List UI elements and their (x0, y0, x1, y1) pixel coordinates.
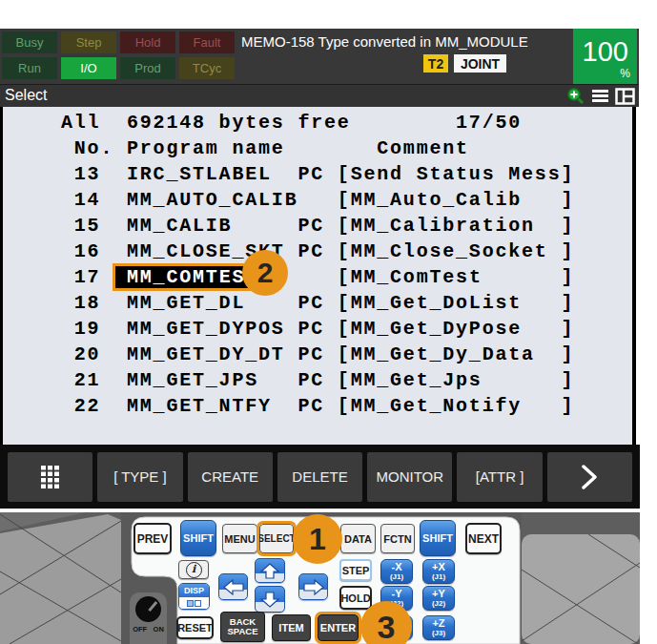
next-key[interactable]: NEXT (465, 523, 502, 554)
program-row[interactable]: 17 MM_COMTEST [MM_ComTest ] (61, 264, 574, 290)
jog-key-sublabel: (J1) (390, 572, 403, 582)
hold-key[interactable]: HOLD (339, 586, 372, 610)
status-led-io: I/O (61, 57, 116, 79)
info-icon: i (186, 562, 202, 578)
status-led-prod: Prod (120, 57, 175, 79)
enter-key[interactable]: ENTER (318, 614, 359, 641)
program-row[interactable]: 16 MM_CLOSE_SKT PC [MM_Close_Socket ] (61, 239, 574, 264)
status-led-fault: Fault (179, 31, 235, 53)
jog-key-label: +Z (432, 618, 444, 628)
status-led-hold: Hold (120, 31, 175, 53)
prev-key[interactable]: PREV (133, 523, 172, 554)
off-on-switch[interactable]: OFF ON (130, 592, 167, 644)
program-list-lines: All 692148 bytes free 17/50 No. Program … (61, 110, 574, 419)
jog-key-sublabel: (J1) (432, 572, 445, 582)
status-led-step: Step (61, 31, 116, 53)
jog-plus-y-key[interactable]: +Y (J2) (422, 586, 455, 611)
system-message: MEMO-158 Type converted in MM_MODULE (241, 33, 528, 50)
zoom-in-icon[interactable] (565, 87, 585, 109)
virtual-pendant-scene: PREV SHIFT MENU SELECT 1 DATA FCTN SHIFT… (0, 512, 640, 644)
status-led-run: Run (2, 57, 57, 79)
status-led-grid: BusyStepHoldFaultRunI/OProdTCyc (2, 31, 235, 79)
arrow-right-icon (303, 579, 324, 595)
disp-split-icon (179, 597, 209, 609)
mode-badge: T2 (423, 54, 448, 73)
status-led-tcyc: TCyc (179, 57, 235, 79)
selected-program-name[interactable]: MM_COMTEST (115, 266, 258, 288)
fkey-menu-grid[interactable] (8, 452, 92, 502)
coord-system-badge: JOINT (454, 54, 506, 73)
jog-key-label: +X (432, 562, 445, 571)
status-bar: BusyStepHoldFaultRunI/OProdTCyc MEMO-158… (0, 29, 639, 84)
jog-minus-x-key[interactable]: -X (J1) (380, 559, 413, 584)
reset-key[interactable]: RESET (176, 616, 214, 639)
jog-key-sublabel: (J2) (432, 599, 445, 609)
jog-key-label: -X (392, 562, 402, 571)
program-list: All 692148 bytes free 17/50 No. Program … (0, 107, 636, 451)
fkey-create[interactable]: CREATE (188, 452, 273, 502)
annotation-circle-3: 3 (360, 601, 412, 644)
menu-key[interactable]: MENU (222, 524, 257, 553)
split-screen-icon[interactable] (615, 88, 635, 109)
annotation-circle-2: 2 (242, 250, 288, 296)
switch-off-label: OFF (133, 625, 147, 634)
program-row[interactable]: 14 MM_AUTO_CALIB [MM_Auto_Calib ] (61, 187, 574, 213)
program-row[interactable]: 19 MM_GET_DYPOS PC [MM_Get_DyPose ] (61, 316, 574, 342)
status-led-busy: Busy (2, 31, 57, 53)
jog-key-label: +Y (432, 589, 445, 598)
menu-lines-icon[interactable] (591, 88, 609, 108)
page-title: Select (5, 87, 47, 104)
fkey-next-page[interactable] (547, 452, 632, 502)
arrow-down-key[interactable] (255, 586, 285, 613)
speed-override-box: 100 % (573, 29, 637, 84)
jog-plus-x-key[interactable]: +X (J1) (422, 559, 455, 584)
arrow-right-key[interactable] (298, 573, 328, 600)
step-key[interactable]: STEP (339, 559, 372, 581)
program-row[interactable]: 18 MM_GET_DL PC [MM_Get_DoList ] (61, 290, 574, 316)
jog-key-sublabel: (J3) (432, 629, 445, 638)
info-key[interactable]: i (178, 560, 209, 579)
arrow-up-key[interactable] (255, 558, 285, 583)
jog-key-label: -Y (392, 589, 402, 598)
item-key[interactable]: ITEM (272, 614, 311, 641)
program-row[interactable]: 21 MM_GET_JPS PC [MM_Get_Jps ] (61, 367, 574, 393)
title-bar: Select (0, 84, 639, 107)
program-row[interactable]: 20 MM_GET_DY_DT PC [MM_Get_Dy_Data ] (61, 342, 574, 367)
fkey-attr[interactable]: [ATTR ] (457, 452, 542, 502)
annotation-circle-1: 1 (293, 514, 342, 564)
apps-grid-icon (41, 466, 60, 488)
fkey-delete[interactable]: DELETE (277, 452, 362, 502)
shift-right-key[interactable]: SHIFT (420, 520, 456, 556)
function-key-bar: [ TYPE ] CREATE DELETE MONITOR [ATTR ] (0, 445, 640, 509)
jog-plus-z-key[interactable]: +Z (J3) (422, 615, 455, 640)
program-row[interactable]: 22 MM_GET_NTFY PC [MM_Get_Notify ] (61, 393, 574, 419)
disp-key[interactable]: DISP (178, 583, 210, 610)
arrow-up-icon (259, 563, 280, 579)
memory-free-line: All 692148 bytes free 17/50 (61, 110, 574, 135)
teach-pendant-screen: BusyStepHoldFaultRunI/OProdTCyc MEMO-158… (0, 0, 657, 644)
shift-left-key[interactable]: SHIFT (180, 520, 216, 556)
select-key[interactable]: SELECT (259, 524, 294, 553)
fkey-type[interactable]: [ TYPE ] (97, 452, 182, 502)
arrow-left-key[interactable] (218, 573, 248, 600)
backspace-key[interactable]: BACK SPACE (220, 612, 265, 642)
disp-key-label: DISP (179, 584, 209, 597)
speed-value: 100 (573, 36, 628, 68)
list-header-line: No. Program name Comment (61, 135, 574, 161)
fkey-monitor[interactable]: MONITOR (367, 452, 452, 502)
backspace-key-label: BACK SPACE (227, 617, 259, 636)
chevron-right-icon (580, 464, 599, 490)
arrow-left-icon (223, 579, 244, 595)
speed-unit: % (620, 67, 630, 80)
data-key[interactable]: DATA (340, 524, 376, 553)
fctn-key[interactable]: FCTN (380, 524, 415, 553)
switch-knob-icon (135, 596, 161, 622)
arrow-down-icon (259, 592, 280, 608)
switch-on-label: ON (154, 625, 164, 634)
program-row[interactable]: 13 IRC_STLABEL PC [Send Status Mess] (61, 161, 574, 187)
program-row[interactable]: 15 MM_CALIB PC [MM_Calibration ] (61, 213, 574, 239)
